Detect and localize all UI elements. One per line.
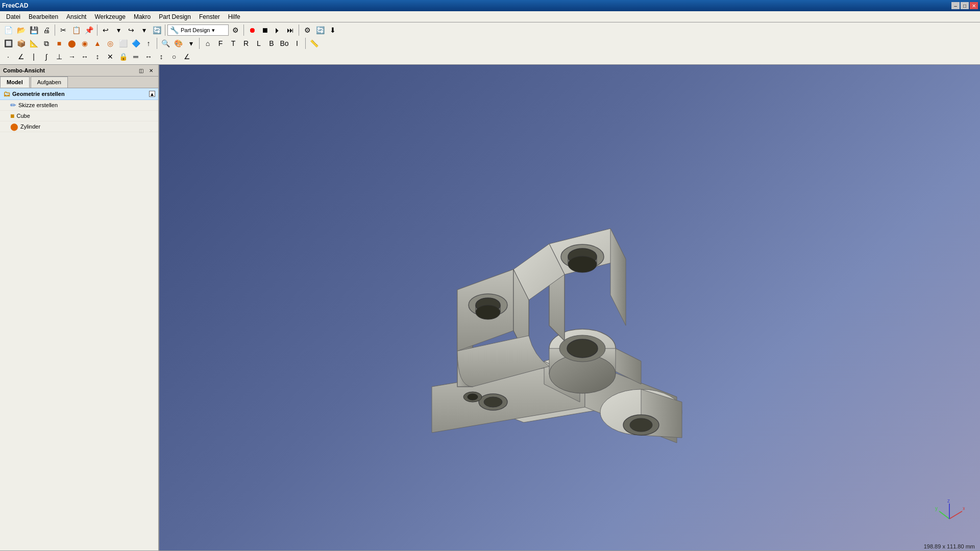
redo-button[interactable]: ↪ (125, 24, 137, 36)
zylinder-label: Zylinder (20, 123, 40, 130)
svg-line-39 (939, 511, 949, 519)
svg-point-31 (568, 256, 597, 272)
menu-item-hilfe[interactable]: Hilfe (224, 12, 244, 21)
model-area (159, 65, 980, 550)
workbench-dropdown-icon[interactable]: ▾ (212, 27, 215, 34)
draw-style-button[interactable]: 🎨 (172, 37, 184, 49)
svg-point-16 (567, 339, 598, 358)
svg-point-8 (630, 418, 652, 432)
measure-button[interactable]: 📏 (308, 37, 320, 49)
cube-label: Cube (16, 113, 30, 119)
snap-line-button[interactable]: | (28, 51, 40, 63)
snap-radius-button[interactable]: ○ (168, 51, 180, 63)
title-bar: FreeCAD – □ ✕ (0, 0, 980, 11)
snap-point-button[interactable]: · (2, 51, 14, 63)
snap-h-button[interactable]: ↔ (79, 51, 91, 63)
3d-model-svg (391, 142, 748, 473)
stop-button[interactable]: ⏹ (259, 24, 271, 36)
tree-item-zylinder[interactable]: ⬤ Zylinder (0, 121, 158, 132)
view-left-button[interactable]: L (253, 37, 265, 49)
sidebar-float-button[interactable]: ◫ (137, 66, 145, 74)
macro-button[interactable]: ⚙ (229, 24, 241, 36)
settings-button[interactable]: ⚙ (301, 24, 313, 36)
tree-item-skizze[interactable]: ✏ Skizze erstellen (0, 100, 158, 111)
view-front-button[interactable]: F (214, 37, 227, 49)
collapse-button[interactable]: ▲ (149, 91, 155, 97)
snap-lock-button[interactable]: 🔒 (117, 51, 129, 63)
minimize-button[interactable]: – (951, 2, 960, 9)
new-button[interactable]: 📄 (2, 24, 14, 36)
menu-item-makro[interactable]: Makro (130, 12, 155, 21)
view-bottom-button[interactable]: Bo (278, 37, 290, 49)
snap-dim-v-button[interactable]: ↕ (155, 51, 167, 63)
snap-arrow-button[interactable]: → (66, 51, 78, 63)
snap-angle2-button[interactable]: ∠ (181, 51, 193, 63)
view-iso-button[interactable]: I (291, 37, 303, 49)
menu-item-datei[interactable]: Datei (2, 12, 24, 21)
snap-dim-h-button[interactable]: ↔ (142, 51, 155, 63)
menu-item-part design[interactable]: Part Design (155, 12, 195, 21)
snap-curve-button[interactable]: ∫ (40, 51, 53, 63)
workbench-selector[interactable]: 🔧 Part Design ▾ (167, 24, 229, 36)
tube-button[interactable]: ⬜ (117, 37, 129, 49)
sidebar: Combo-Ansicht ◫ ✕ Model Aufgaben 🗂 Geome… (0, 65, 159, 550)
part-design-button[interactable]: 🔲 (2, 37, 14, 49)
save-button[interactable]: 💾 (28, 24, 40, 36)
svg-point-6 (484, 397, 502, 407)
sync-button[interactable]: 🔄 (314, 24, 326, 36)
body-button[interactable]: 📦 (15, 37, 27, 49)
sep4 (243, 24, 244, 36)
tree-item-cube[interactable]: ■ Cube (0, 111, 158, 121)
snap-v-button[interactable]: ↕ (91, 51, 104, 63)
view-back-button[interactable]: B (265, 37, 278, 49)
sep5 (299, 24, 299, 36)
refresh-button[interactable]: 🔄 (151, 24, 163, 36)
cone-button[interactable]: ▲ (91, 37, 104, 49)
menu-item-werkzeuge[interactable]: Werkzeuge (90, 12, 129, 21)
copy-button[interactable]: 📋 (70, 24, 82, 36)
sphere-button[interactable]: ◉ (79, 37, 91, 49)
cylinder-button[interactable]: ⬤ (66, 37, 78, 49)
play-button[interactable]: ⏵ (272, 24, 284, 36)
open-button[interactable]: 📂 (15, 24, 27, 36)
menu-item-ansicht[interactable]: Ansicht (62, 12, 90, 21)
play-next-button[interactable]: ⏭ (284, 24, 297, 36)
download-button[interactable]: ⬇ (327, 24, 339, 36)
clone-button[interactable]: ⧉ (40, 37, 53, 49)
tree-group-geometrie[interactable]: 🗂 Geometrie erstellen ▲ (0, 88, 158, 100)
maximize-button[interactable]: □ (961, 2, 969, 9)
undo-dropdown[interactable]: ▾ (112, 24, 125, 36)
snap-equal-button[interactable]: ═ (130, 51, 142, 63)
snap-angle-button[interactable]: ∠ (15, 51, 27, 63)
snap-x-button[interactable]: ✕ (104, 51, 116, 63)
menu-item-bearbeiten[interactable]: Bearbeiten (24, 12, 62, 21)
tab-model[interactable]: Model (0, 77, 30, 88)
svg-line-38 (949, 511, 962, 519)
redo-dropdown[interactable]: ▾ (138, 24, 150, 36)
snap-perp-button[interactable]: ⊥ (53, 51, 65, 63)
view-top-button[interactable]: T (227, 37, 239, 49)
cut-button[interactable]: ✂ (57, 24, 69, 36)
custom-shape-button[interactable]: 🔷 (130, 37, 142, 49)
print-button[interactable]: 🖨 (40, 24, 53, 36)
viewport[interactable]: x y z 198.89 x 111.80 mm (159, 65, 980, 550)
undo-button[interactable]: ↩ (100, 24, 112, 36)
box-button[interactable]: ■ (53, 37, 65, 49)
axis-z-label: z (947, 498, 950, 504)
tab-aufgaben[interactable]: Aufgaben (31, 77, 68, 88)
extrude-button[interactable]: ↑ (142, 37, 155, 49)
close-button[interactable]: ✕ (970, 2, 978, 9)
datum-button[interactable]: 📐 (28, 37, 40, 49)
view-right-button[interactable]: R (240, 37, 252, 49)
menu-item-fenster[interactable]: Fenster (195, 12, 224, 21)
sep1 (55, 24, 55, 36)
sidebar-close-button[interactable]: ✕ (147, 66, 155, 74)
torus-button[interactable]: ◎ (104, 37, 116, 49)
paste-button[interactable]: 📌 (83, 24, 95, 36)
zoom-fit-button[interactable]: 🔍 (159, 37, 172, 49)
sidebar-tabs: Model Aufgaben (0, 77, 158, 88)
draw-style-dropdown[interactable]: ▾ (185, 37, 197, 49)
view-home-button[interactable]: ⌂ (202, 37, 214, 49)
axis-x-label: x (963, 506, 965, 511)
record-button[interactable]: ⏺ (246, 24, 258, 36)
